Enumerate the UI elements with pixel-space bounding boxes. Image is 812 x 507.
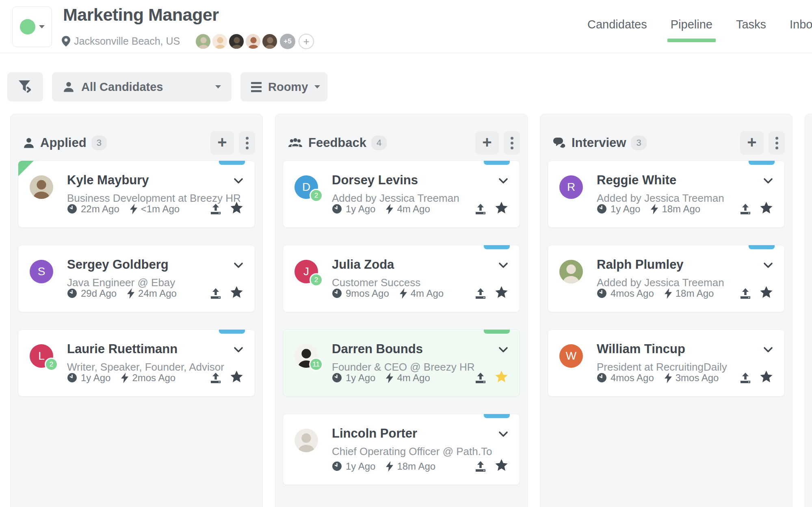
star-icon[interactable]: [230, 370, 243, 386]
tab-candidates[interactable]: Candidates: [587, 18, 647, 31]
card-meta-row: 1y Ago 4m Ago: [332, 370, 508, 386]
stage-tab: [484, 414, 510, 418]
chevron-down-icon[interactable]: [763, 178, 773, 186]
chevron-down-icon[interactable]: [763, 347, 773, 355]
map-pin-icon: [62, 36, 70, 47]
chevron-down-icon[interactable]: [498, 431, 508, 439]
new-corner-flag-icon: [18, 161, 34, 176]
upload-icon[interactable]: [739, 287, 751, 300]
candidate-card[interactable]: D 2 Dorsey Levins Added by Jessica Treem…: [283, 160, 520, 228]
candidate-avatar: S: [30, 260, 53, 283]
more-avatars-badge[interactable]: +5: [280, 34, 295, 49]
column-title: Interview: [572, 136, 626, 150]
clock-icon: [332, 288, 342, 298]
chevron-down-icon[interactable]: [234, 178, 243, 186]
upload-icon[interactable]: [474, 372, 487, 384]
candidate-name: William Tincup: [597, 342, 773, 356]
column-menu-button[interactable]: [239, 131, 255, 155]
activity-time: 4m Ago: [411, 288, 444, 299]
position-location: Jacksonville Beach, US: [62, 35, 180, 47]
card-meta-row: 4mos Ago 3mos Ago: [597, 370, 773, 386]
list-lines-icon: [251, 82, 262, 92]
page-header: Marketing Manager Jacksonville Beach, US…: [0, 0, 812, 53]
star-icon[interactable]: [760, 201, 773, 217]
upload-icon[interactable]: [474, 203, 487, 215]
candidate-card[interactable]: Kyle Maybury Business Development at Bre…: [18, 160, 255, 228]
clock-icon: [332, 373, 342, 383]
page-title: Marketing Manager: [63, 5, 219, 25]
upload-icon[interactable]: [210, 203, 222, 215]
chevron-down-icon[interactable]: [498, 347, 508, 355]
activity-time: 4m Ago: [397, 372, 430, 384]
team-member-avatar: [212, 34, 227, 49]
star-icon[interactable]: [230, 285, 243, 301]
candidate-avatar: [30, 175, 53, 199]
lightning-icon: [130, 204, 137, 214]
candidate-card[interactable]: Ralph Plumley Added by Jessica Treeman 4…: [548, 245, 785, 312]
card-actions: [474, 458, 508, 474]
star-icon[interactable]: [495, 285, 508, 301]
view-mode-dropdown[interactable]: Roomy: [240, 72, 327, 101]
candidate-card[interactable]: S Sergey Goldberg Java Engineer @ Ebay 2…: [18, 245, 255, 312]
upload-icon[interactable]: [210, 372, 222, 384]
card-actions: [739, 201, 773, 217]
add-candidate-button[interactable]: +: [210, 131, 234, 155]
candidates-filter-dropdown[interactable]: All Candidates: [52, 72, 232, 101]
candidate-card[interactable]: W William Tincup President at Recruiting…: [548, 329, 785, 397]
star-icon[interactable]: [760, 285, 773, 301]
chevron-down-icon[interactable]: [234, 262, 243, 270]
chevron-down-icon[interactable]: [763, 262, 773, 270]
applied-time: 1y Ago: [346, 203, 375, 215]
candidate-name: Laurie Ruettimann: [67, 342, 243, 356]
upload-icon[interactable]: [739, 372, 751, 384]
candidate-card[interactable]: J 2 Julia Zoda Customer Success 9mos Ago…: [283, 245, 520, 312]
filter-funnel-button[interactable]: [7, 72, 43, 101]
star-icon[interactable]: [495, 458, 508, 474]
candidate-avatar: J 2: [294, 260, 318, 283]
clock-icon: [597, 288, 607, 298]
candidate-card[interactable]: R Reggie White Added by Jessica Treeman …: [548, 160, 785, 228]
card-actions: [739, 285, 773, 301]
column-menu-button[interactable]: [504, 131, 520, 155]
column-menu-button[interactable]: [769, 131, 785, 155]
view-mode-label: Roomy: [268, 80, 308, 94]
card-meta-row: 1y Ago 4m Ago: [332, 201, 508, 217]
column-count-badge: 4: [371, 136, 387, 150]
lightning-icon: [651, 204, 658, 214]
candidate-card[interactable]: Lincoln Porter Chief Operating Officer @…: [283, 414, 520, 485]
candidate-card[interactable]: L 2 Laurie Ruettimann Writer, Speaker, F…: [18, 329, 255, 397]
chevron-down-icon[interactable]: [234, 347, 243, 355]
candidates-filter-label: All Candidates: [81, 80, 163, 94]
card-meta-row: 29d Ago 24m Ago: [67, 285, 243, 301]
upload-icon[interactable]: [210, 287, 222, 300]
upload-icon[interactable]: [739, 203, 751, 215]
add-team-member-button[interactable]: +: [299, 34, 314, 49]
position-status-dropdown[interactable]: [12, 6, 52, 47]
tab-inbox[interactable]: Inbox: [790, 18, 812, 31]
card-meta-row: 1y Ago 18m Ago: [332, 458, 508, 474]
upload-icon[interactable]: [474, 460, 487, 472]
tab-pipeline[interactable]: Pipeline: [671, 18, 712, 31]
chevron-down-icon: [39, 25, 45, 28]
add-candidate-button[interactable]: +: [475, 131, 499, 155]
chevron-down-icon[interactable]: [498, 178, 508, 186]
chevron-down-icon[interactable]: [498, 262, 508, 270]
star-icon[interactable]: [230, 201, 243, 217]
column-actions: +: [475, 131, 520, 155]
add-candidate-button[interactable]: +: [740, 131, 764, 155]
star-icon[interactable]: [495, 201, 508, 217]
stage-tab: [219, 330, 245, 334]
candidate-avatar: [294, 429, 318, 452]
avatar-count-badge: 2: [310, 273, 323, 287]
card-actions: [474, 370, 508, 386]
card-actions: [474, 201, 508, 217]
tab-tasks[interactable]: Tasks: [736, 18, 766, 31]
card-actions: [210, 285, 243, 301]
candidate-card[interactable]: 11 Darren Bounds Founder & CEO @ Breezy …: [283, 329, 520, 397]
person-icon: [63, 81, 75, 93]
upload-icon[interactable]: [474, 287, 487, 300]
star-icon[interactable]: [495, 370, 508, 386]
lightning-icon: [665, 288, 672, 299]
star-icon[interactable]: [760, 370, 773, 386]
candidate-avatar: R: [559, 175, 583, 199]
